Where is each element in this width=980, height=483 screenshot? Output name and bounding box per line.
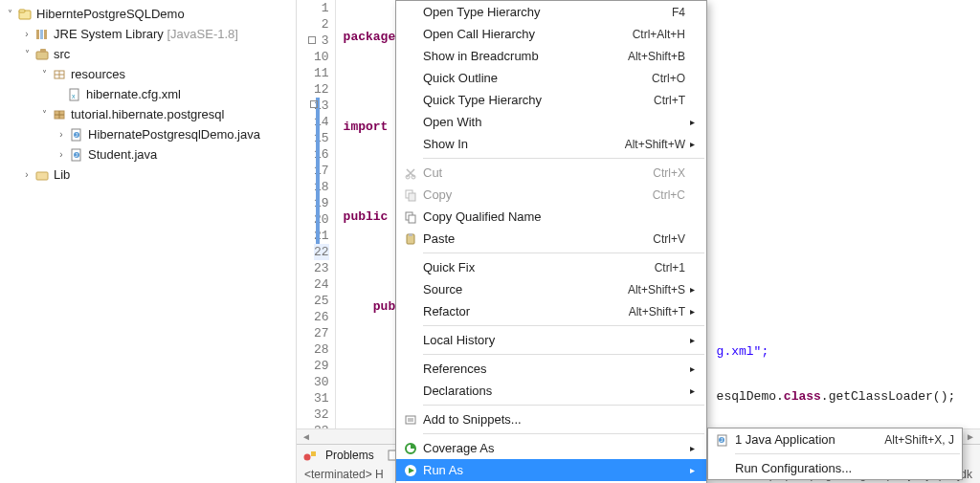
expand-icon[interactable]: › xyxy=(21,29,33,40)
svg-text:J: J xyxy=(75,152,78,158)
copy-icon xyxy=(400,210,421,224)
copy-icon xyxy=(400,188,421,202)
tree-package[interactable]: ˅ tutorial.hibernate.postgresql xyxy=(4,104,296,124)
jre-version-badge: [JavaSE-1.8] xyxy=(167,27,238,41)
menu-separator xyxy=(423,252,704,253)
coverage-icon xyxy=(400,442,421,455)
svg-rect-3 xyxy=(40,30,43,39)
menu-references[interactable]: References▸ xyxy=(396,358,706,380)
menu-paste[interactable]: PasteCtrl+V xyxy=(396,228,706,250)
source-folder-icon xyxy=(34,47,50,62)
folder-icon xyxy=(34,167,50,183)
menu-java-application[interactable]: J 1 Java Application Alt+Shift+X, J xyxy=(708,428,962,450)
xml-file-icon: x xyxy=(67,87,82,102)
cut-icon xyxy=(400,166,421,180)
menu-declarations[interactable]: Declarations▸ xyxy=(396,380,706,402)
tab-problems[interactable]: Problems xyxy=(302,448,374,463)
tree-java-file[interactable]: › J Student.java xyxy=(4,144,296,165)
menu-add-to-snippets[interactable]: Add to Snippets... xyxy=(396,408,706,430)
expand-icon[interactable]: › xyxy=(21,169,33,181)
tree-label: src xyxy=(54,47,70,61)
menu-open-call-hierarchy[interactable]: Open Call HierarchyCtrl+Alt+H xyxy=(396,23,706,45)
expand-icon[interactable]: › xyxy=(56,129,67,141)
expand-icon[interactable]: ˅ xyxy=(38,69,50,80)
scroll-left-icon[interactable]: ◄ xyxy=(300,431,313,442)
expand-icon[interactable]: ˅ xyxy=(21,49,33,60)
svg-text:J: J xyxy=(721,437,724,443)
menu-quick-outline[interactable]: Quick OutlineCtrl+O xyxy=(396,67,706,89)
expand-icon[interactable]: ˅ xyxy=(4,9,15,20)
menu-refactor[interactable]: RefactorAlt+Shift+T▸ xyxy=(396,300,706,322)
java-file-icon: J xyxy=(69,147,84,163)
tree-label: HibernatePostgresqlDemo.java xyxy=(88,127,260,142)
library-icon xyxy=(34,27,50,42)
paste-icon xyxy=(400,232,421,246)
svg-text:J: J xyxy=(75,132,78,138)
menu-separator xyxy=(423,158,704,159)
tree-label: resources xyxy=(71,67,125,81)
tree-label: tutorial.hibernate.postgresql xyxy=(71,107,224,121)
menu-local-history[interactable]: Local History▸ xyxy=(396,329,706,351)
tree-label: HiberntePostgreSQLDemo xyxy=(36,7,185,21)
svg-rect-23 xyxy=(311,451,316,456)
java-run-icon: J xyxy=(712,433,733,447)
svg-rect-32 xyxy=(409,233,412,236)
tree-label: hibernate.cfg.xml xyxy=(86,87,181,101)
project-icon xyxy=(17,7,33,22)
svg-text:x: x xyxy=(72,93,76,99)
menu-cut: CutCtrl+X xyxy=(396,162,706,184)
menu-source[interactable]: SourceAlt+Shift+S▸ xyxy=(396,278,706,300)
menu-separator xyxy=(423,405,704,406)
menu-separator xyxy=(423,433,704,434)
svg-rect-4 xyxy=(44,30,47,39)
menu-copy: CopyCtrl+C xyxy=(396,184,706,206)
tree-cfg-file[interactable]: x hibernate.cfg.xml xyxy=(4,84,296,104)
editor-context-menu[interactable]: Open Type HierarchyF4 Open Call Hierarch… xyxy=(395,0,707,483)
svg-rect-6 xyxy=(40,49,46,53)
menu-separator xyxy=(423,325,704,326)
menu-copy-qualified-name[interactable]: Copy Qualified Name xyxy=(396,206,706,228)
menu-quick-fix[interactable]: Quick FixCtrl+1 xyxy=(396,256,706,278)
tree-project-root[interactable]: ˅ HiberntePostgreSQLDemo xyxy=(4,4,296,24)
menu-separator xyxy=(423,354,704,355)
problems-icon xyxy=(302,448,318,463)
tree-java-file[interactable]: › J HibernatePostgresqlDemo.java xyxy=(4,124,296,144)
svg-point-22 xyxy=(304,454,311,461)
snippet-icon xyxy=(400,413,421,427)
expand-icon[interactable]: ˅ xyxy=(38,109,50,121)
svg-rect-21 xyxy=(36,172,48,180)
menu-show-breadcrumb[interactable]: Show in BreadcrumbAlt+Shift+B xyxy=(396,45,706,67)
run-as-submenu[interactable]: J 1 Java Application Alt+Shift+X, J Run … xyxy=(707,428,963,480)
menu-run-configurations[interactable]: Run Configurations... xyxy=(708,457,962,479)
java-file-icon: J xyxy=(69,127,84,143)
svg-rect-1 xyxy=(19,10,25,12)
menu-quick-type-hierarchy[interactable]: Quick Type HierarchyCtrl+T xyxy=(396,89,706,111)
tree-lib[interactable]: › Lib xyxy=(4,165,296,185)
tree-jre[interactable]: › JRE System Library [JavaSE-1.8] xyxy=(4,24,296,44)
package-icon xyxy=(52,107,67,122)
menu-separator xyxy=(735,453,960,454)
menu-coverage-as[interactable]: Coverage As▸ xyxy=(396,437,706,459)
run-icon xyxy=(400,464,421,477)
svg-rect-28 xyxy=(409,193,415,201)
svg-rect-5 xyxy=(36,52,48,59)
menu-open-with[interactable]: Open With▸ xyxy=(396,111,706,133)
tree-resources[interactable]: ˅ resources xyxy=(4,64,296,84)
line-number-gutter: 1 2 3 10 11 12 13 14 15 16 17 18 19 20 2… xyxy=(297,0,336,428)
scroll-right-icon[interactable]: ► xyxy=(964,431,977,442)
menu-show-in[interactable]: Show InAlt+Shift+W▸ xyxy=(396,133,706,155)
tree-label: Student.java xyxy=(88,147,157,162)
tree-src[interactable]: ˅ src xyxy=(4,44,296,64)
tree-label: Lib xyxy=(54,167,70,182)
tree-label: JRE System Library xyxy=(54,27,164,41)
menu-open-type-hierarchy[interactable]: Open Type HierarchyF4 xyxy=(396,1,706,23)
package-icon xyxy=(52,67,67,82)
project-explorer[interactable]: ˅ HiberntePostgreSQLDemo › JRE System Li… xyxy=(0,0,297,483)
svg-rect-33 xyxy=(406,416,415,424)
svg-rect-2 xyxy=(36,30,39,39)
svg-rect-30 xyxy=(409,215,415,223)
expand-icon[interactable]: › xyxy=(56,149,67,161)
menu-run-as[interactable]: Run As▸ xyxy=(396,459,706,481)
